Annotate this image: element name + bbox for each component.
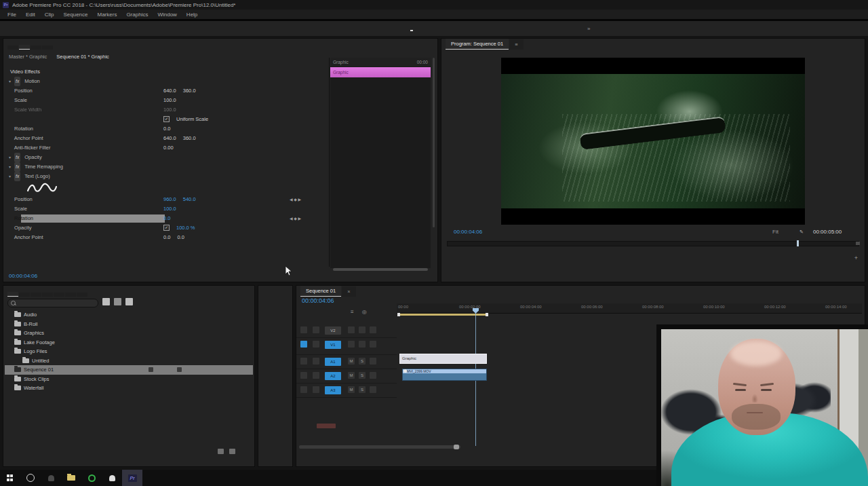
- track-target-button[interactable]: A2: [325, 372, 341, 380]
- sequence-01[interactable]: Sequence 01: [5, 365, 253, 375]
- button-editor-plus-icon[interactable]: +: [854, 255, 858, 261]
- checkbox[interactable]: [163, 116, 170, 122]
- menu-item[interactable]: Window: [153, 12, 181, 18]
- cortana-search-button[interactable]: [20, 470, 41, 486]
- track-select-forward-tool[interactable]: [275, 293, 289, 303]
- horizontal-scrollbar[interactable]: [333, 268, 428, 271]
- property-value[interactable]: 640.0 360.0: [163, 86, 196, 96]
- fx-badge-icon[interactable]: fx: [14, 162, 20, 172]
- track-lock-button[interactable]: [370, 372, 376, 379]
- color[interactable]: [425, 26, 428, 31]
- effect-property-row[interactable]: ▾ fx Scale 100.0 ◀ ◆ ▶: [5, 204, 329, 214]
- stock-clips[interactable]: Stock Clips: [5, 375, 253, 384]
- menu-item[interactable]: Edit: [21, 12, 40, 18]
- track-solo-button[interactable]: S: [359, 358, 366, 364]
- sync-lock-button[interactable]: [313, 386, 319, 393]
- effect-property-row[interactable]: ▾ fx Position 640.0 360.0 ◀ ◆ ▶: [5, 86, 329, 96]
- track-target-button[interactable]: A1: [325, 358, 341, 366]
- selection-tool[interactable]: [262, 293, 275, 303]
- source-patch-button[interactable]: [300, 341, 307, 348]
- slip-tool[interactable]: [262, 313, 275, 323]
- libraries[interactable]: [31, 293, 41, 297]
- effect-controls-timecode[interactable]: 00:00:04:06: [9, 273, 37, 279]
- checkbox[interactable]: [163, 225, 170, 231]
- property-value[interactable]: 100.0: [163, 204, 183, 214]
- effect-property-row[interactable]: ▾ fx Time Remapping ◀ ◆ ▶: [5, 162, 329, 172]
- effect-property-row[interactable]: ▾ fx Opacity ◀ ◆ ▶: [5, 153, 329, 162]
- fx-badge-icon[interactable]: fx: [14, 153, 20, 162]
- track-lock-button[interactable]: [370, 386, 376, 393]
- graphic-clip-bar[interactable]: Graphic: [330, 67, 431, 77]
- sync-lock-button[interactable]: [313, 372, 319, 379]
- track-solo-button[interactable]: [359, 341, 366, 348]
- learning[interactable]: [380, 26, 383, 31]
- property-value[interactable]: 100.0: [163, 96, 183, 105]
- track-lock-button[interactable]: [370, 341, 376, 348]
- project-item-name[interactable]: Logo Files: [24, 347, 47, 356]
- menu-item[interactable]: Sequence: [58, 12, 92, 18]
- title-bar[interactable]: Pr Adobe Premiere Pro CC 2018 - C:\Users…: [0, 0, 868, 10]
- panel-menu-icon[interactable]: ≡: [509, 39, 523, 50]
- property-value[interactable]: 100.0 %: [163, 223, 202, 233]
- sync-lock-button[interactable]: [313, 358, 319, 364]
- effect-property-row[interactable]: ▾ fx Rotation 0.0 ◀ ◆ ▶: [5, 124, 329, 134]
- track-mute-button[interactable]: [348, 326, 355, 333]
- ripple-edit-tool[interactable]: [262, 303, 275, 313]
- program-scrubber[interactable]: [447, 241, 859, 246]
- menu-item[interactable]: File: [3, 12, 21, 18]
- effect-property-row[interactable]: ▾ fx Rotation 0.0 ◀ ◆ ▶: [5, 214, 329, 223]
- track-lock-button[interactable]: [370, 326, 376, 333]
- project-item-name[interactable]: Waterfall: [24, 384, 43, 393]
- effect-controls-[interactable]: [19, 45, 30, 50]
- timeline-horizontal-scrollbar[interactable]: [299, 445, 460, 449]
- people-button[interactable]: [102, 470, 122, 486]
- property-value[interactable]: 640.0 360.0: [163, 134, 196, 143]
- workspace-overflow-icon[interactable]: »: [587, 26, 590, 32]
- file-explorer-button[interactable]: [61, 470, 81, 486]
- project-item-name[interactable]: B-Roll: [24, 320, 37, 329]
- effect-property-row[interactable]: ▾ fx Anti-flicker Filter 0.00 ◀ ◆ ▶: [5, 143, 329, 153]
- editing[interactable]: [410, 26, 413, 31]
- track-solo-button[interactable]: S: [359, 386, 366, 393]
- info[interactable]: [42, 293, 53, 297]
- property-value[interactable]: 0.0: [163, 124, 177, 134]
- new-bin-button[interactable]: [218, 449, 224, 454]
- property-value[interactable]: 0.0: [163, 214, 177, 223]
- effect-property-row[interactable]: ▾ fx Motion ◀ ◆ ▶: [5, 77, 329, 86]
- b-roll[interactable]: B-Roll: [5, 320, 253, 329]
- freeform-view-button[interactable]: [125, 298, 133, 305]
- audio-clip-fragment[interactable]: [317, 424, 336, 428]
- search-input[interactable]: [7, 299, 98, 307]
- disclosure-triangle-icon[interactable]: ▾: [9, 162, 11, 172]
- timeline-tool-icon[interactable]: ≡: [351, 309, 354, 315]
- track-target-button[interactable]: V1: [325, 341, 341, 349]
- effect-property-row[interactable]: ▾ fx Scale Width 100.0 ◀ ◆ ▶: [5, 105, 329, 115]
- track-header-row[interactable]: A1 M S: [296, 355, 397, 369]
- effect-property-row[interactable]: ▾ fx Scale 100.0 ◀ ◆ ▶: [5, 96, 329, 105]
- track-header-row[interactable]: A3 M S: [296, 384, 397, 398]
- scrollbar-handle[interactable]: [454, 445, 459, 449]
- timeline-timecode[interactable]: 00:00:04:06: [302, 297, 334, 304]
- razor-tool[interactable]: [275, 303, 289, 313]
- program-monitor-tab[interactable]: Program: Sequence 01: [446, 39, 509, 50]
- track-mute-button[interactable]: M: [348, 358, 355, 364]
- source-patch-button[interactable]: [300, 386, 307, 393]
- timeline-video-clip[interactable]: MVI_2399.MOV: [402, 369, 487, 381]
- media-browser[interactable]: [19, 293, 30, 297]
- timeline-graphic-clip[interactable]: Graphic: [399, 354, 487, 364]
- pen-tool[interactable]: [275, 313, 289, 323]
- logo-files[interactable]: Logo Files: [5, 347, 253, 356]
- audio[interactable]: [455, 26, 458, 31]
- effects[interactable]: [440, 26, 443, 31]
- graphics[interactable]: [470, 26, 473, 31]
- graphics[interactable]: Graphics: [5, 329, 253, 338]
- menu-item[interactable]: Graphics: [121, 12, 153, 18]
- assembly[interactable]: [395, 26, 398, 31]
- effect-property-row[interactable]: ▾ fx Text (Logo) ◀ ◆ ▶: [5, 172, 329, 181]
- effect-property-row[interactable]: ▾ fx Opacity 100.0 % ◀ ◆ ▶: [5, 223, 329, 233]
- track-mute-button[interactable]: M: [348, 386, 355, 393]
- timeline-tool-icon[interactable]: ◎: [362, 309, 367, 315]
- project-untitled[interactable]: [7, 292, 18, 297]
- history[interactable]: [77, 293, 87, 297]
- icon-view-button[interactable]: [114, 298, 121, 305]
